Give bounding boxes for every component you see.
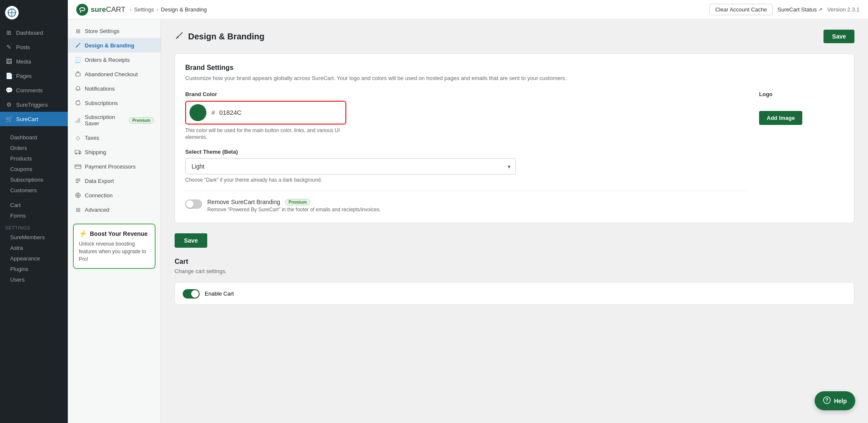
surecart-logo-icon xyxy=(76,4,88,16)
brand-color-input[interactable] xyxy=(217,105,345,120)
brand-color-label: Brand Color xyxy=(185,91,746,97)
cart-section-title: Cart xyxy=(175,258,854,265)
remove-branding-premium-badge: Premium xyxy=(285,199,310,205)
page-title-icon xyxy=(175,31,184,42)
svg-point-13 xyxy=(177,36,178,38)
main-area: sureCART › Settings › Design & Branding … xyxy=(68,0,868,423)
clear-cache-button[interactable]: Clear Account Cache xyxy=(709,4,772,15)
help-fab-label: Help xyxy=(834,398,847,404)
sidebar-sub-orders[interactable]: Orders xyxy=(0,143,68,153)
settings-nav-subscription-saver[interactable]: Subscription Saver Premium xyxy=(68,110,161,130)
wp-logo-circle xyxy=(5,6,19,19)
sidebar-sub-astra[interactable]: Astra xyxy=(0,243,68,253)
theme-hint: Choose "Dark" if your theme already has … xyxy=(185,177,746,183)
svg-point-1 xyxy=(76,4,88,16)
brand-color-column: Brand Color # This color will be used fo… xyxy=(185,91,746,213)
svg-rect-8 xyxy=(75,150,79,153)
brand-settings-title: Brand Settings xyxy=(185,64,844,72)
subscription-saver-icon xyxy=(75,117,81,124)
help-fab[interactable]: Help xyxy=(815,391,855,410)
theme-select-wrapper: Light Dark ▾ xyxy=(185,158,516,174)
advanced-icon: ⊞ xyxy=(75,206,81,213)
breadcrumb: › Settings › Design & Branding xyxy=(130,6,207,13)
comments-icon: 💬 xyxy=(5,86,13,94)
sidebar-item-suretriggers[interactable]: ⚙ SureTriggers xyxy=(0,97,68,112)
page-header: Design & Branding Save xyxy=(175,30,854,43)
remove-branding-toggle[interactable] xyxy=(185,199,202,209)
add-image-button[interactable]: Add Image xyxy=(759,111,802,125)
settings-nav-advanced[interactable]: ⊞ Advanced xyxy=(68,202,161,217)
settings-nav-taxes[interactable]: ◇ Taxes xyxy=(68,130,161,145)
cart-section-description: Change cart settings. xyxy=(175,268,854,274)
boost-box: ⚡ Boost Your Revenue Unlock revenue boos… xyxy=(73,224,156,269)
breadcrumb-current: Design & Branding xyxy=(161,6,207,13)
settings-nav-data-export[interactable]: Data Export xyxy=(68,174,161,188)
theme-select[interactable]: Light Dark xyxy=(185,158,516,174)
sidebar-sub-plugins[interactable]: Plugins xyxy=(0,264,68,274)
posts-icon: ✎ xyxy=(5,43,13,51)
surecart-status-link[interactable]: SureCart Status ↗ xyxy=(778,6,823,13)
design-branding-icon xyxy=(75,42,81,49)
surecart-icon: 🛒 xyxy=(5,115,13,123)
sidebar-sub-coupons[interactable]: Coupons xyxy=(0,164,68,174)
svg-point-15 xyxy=(826,401,827,402)
sidebar-sub-subscriptions[interactable]: Subscriptions xyxy=(0,174,68,185)
settings-nav-payment-processors[interactable]: Payment Processors xyxy=(68,159,161,174)
theme-select-group: Select Theme (Beta) Light Dark ▾ Choose … xyxy=(185,149,746,183)
logo-label: Logo xyxy=(759,91,844,97)
boost-box-title: Boost Your Revenue xyxy=(90,230,147,237)
settings-nav-notifications[interactable]: Notifications xyxy=(68,81,161,96)
boost-icon: ⚡ xyxy=(79,229,87,238)
top-bar: sureCART › Settings › Design & Branding … xyxy=(68,0,868,19)
color-swatch[interactable] xyxy=(189,104,206,121)
sidebar-section-surecart xyxy=(0,126,68,132)
svg-rect-6 xyxy=(78,119,79,123)
sidebar-sub-products[interactable]: Products xyxy=(0,153,68,164)
sidebar-sub-users[interactable]: Users xyxy=(0,274,68,285)
sidebar-item-posts[interactable]: ✎ Posts xyxy=(0,40,68,54)
svg-rect-3 xyxy=(76,73,80,76)
enable-cart-row: Enable Cart xyxy=(175,282,854,305)
settings-nav-subscriptions[interactable]: Subscriptions xyxy=(68,96,161,110)
color-input-row: # xyxy=(185,101,346,124)
sidebar-sub-customers[interactable]: Customers xyxy=(0,185,68,196)
svg-rect-4 xyxy=(75,121,76,123)
settings-nav-orders-receipts[interactable]: 🧾 Orders & Receipts xyxy=(68,53,161,67)
subscriptions-icon xyxy=(75,100,81,106)
svg-rect-5 xyxy=(77,120,78,123)
sidebar-item-comments[interactable]: 💬 Comments xyxy=(0,83,68,97)
enable-cart-toggle[interactable] xyxy=(183,289,200,299)
remove-branding-row: Remove SureCart Branding Premium Remove … xyxy=(185,191,746,213)
brand-settings-description: Customize how your brand appears globall… xyxy=(185,74,844,83)
save-button-bottom[interactable]: Save xyxy=(175,233,207,248)
svg-point-9 xyxy=(76,153,77,155)
sidebar-sub-appearance[interactable]: Appearance xyxy=(0,253,68,264)
remove-branding-label: Remove SureCart Branding xyxy=(207,199,280,205)
save-button-top[interactable]: Save xyxy=(823,30,854,43)
shipping-icon xyxy=(75,149,81,155)
page-content: Design & Branding Save Brand Settings Cu… xyxy=(161,19,868,423)
sidebar-item-pages[interactable]: 📄 Pages xyxy=(0,69,68,83)
sidebar-item-surecart[interactable]: 🛒 SureCart xyxy=(0,112,68,126)
breadcrumb-settings[interactable]: Settings xyxy=(134,6,154,13)
sidebar-item-dashboard[interactable]: ⊞ Dashboard xyxy=(0,25,68,40)
boost-box-text: Unlock revenue boosting features when yo… xyxy=(79,240,150,263)
settings-nav-design-branding[interactable]: Design & Branding xyxy=(68,38,161,53)
sidebar-sub-cart[interactable]: Cart xyxy=(0,200,68,210)
store-settings-icon: ⊞ xyxy=(75,28,81,34)
settings-nav-shipping[interactable]: Shipping xyxy=(68,145,161,159)
sidebar-sub-forms[interactable]: Forms xyxy=(0,210,68,221)
settings-nav-store-settings[interactable]: ⊞ Store Settings xyxy=(68,24,161,38)
sidebar-item-media[interactable]: 🖼 Media xyxy=(0,54,68,69)
sidebar-sub-dashboard[interactable]: Dashboard xyxy=(0,132,68,143)
help-icon xyxy=(823,396,831,405)
surecart-logo-text: sureCART xyxy=(91,6,125,14)
settings-nav-connection[interactable]: Connection xyxy=(68,188,161,202)
settings-nav-abandoned-checkout[interactable]: Abandoned Checkout xyxy=(68,67,161,81)
top-bar-right: Clear Account Cache SureCart Status ↗ Ve… xyxy=(709,4,860,15)
sidebar-sub-suremembers[interactable]: SureMembers xyxy=(0,232,68,243)
version-text: Version 2.3.1 xyxy=(827,6,860,13)
suretriggers-icon: ⚙ xyxy=(5,101,13,108)
taxes-icon: ◇ xyxy=(75,134,81,141)
brand-color-hint: This color will be used for the main but… xyxy=(185,127,346,141)
